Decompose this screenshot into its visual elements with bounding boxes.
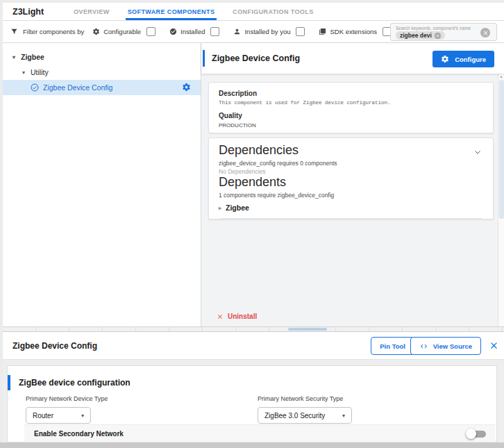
filter-installed-by-you-label: Installed by you: [244, 28, 290, 35]
detail-header: Zigbee Device Config Configure: [201, 43, 504, 74]
field-device-type: Primary Network Device Type Router ▾: [26, 395, 108, 424]
filter-installed-by-you: Installed by you: [233, 27, 305, 36]
configure-button-label: Configure: [455, 56, 486, 63]
component-detail-panel: Zigbee Device Config Configure Descripti…: [201, 43, 504, 326]
dependents-heading: Dependents: [219, 175, 483, 190]
configure-button[interactable]: Configure: [432, 51, 494, 67]
tab-software-components[interactable]: SOFTWARE COMPONENTS: [119, 3, 224, 20]
secondary-network-label: Enable Secondary Network: [34, 430, 124, 438]
field-security-type: Primary Network Security Type ZigBee 3.0…: [258, 395, 352, 424]
chevron-down-icon[interactable]: ▾: [12, 54, 21, 60]
search-placeholder: Search keywords, component's name: [396, 26, 492, 31]
config-section-heading: ZigBee device configuration: [19, 378, 131, 388]
filter-bar: Filter components by Configurable Instal…: [3, 21, 504, 43]
chevron-down-icon[interactable]: ▾: [22, 69, 31, 76]
tree-item-zigbee-label: Zigbee: [21, 53, 44, 61]
configurable-checkbox[interactable]: [146, 27, 156, 36]
secondary-network-row: Enable Secondary Network: [24, 424, 495, 442]
library-icon: [319, 28, 326, 35]
detail-title: Zigbee Device Config: [212, 53, 300, 63]
tab-bar: OVERVIEW SOFTWARE COMPONENTS CONFIGURATI…: [65, 3, 322, 20]
vertical-scrollbar[interactable]: ▴: [498, 74, 504, 326]
check-circle-icon: [169, 28, 177, 35]
chevron-down-icon: ▾: [81, 413, 84, 419]
window-edge: [0, 442, 504, 448]
config-tool-title: Zigbee Device Config: [12, 341, 97, 351]
tab-overview[interactable]: OVERVIEW: [65, 3, 119, 20]
secondary-network-toggle[interactable]: [466, 429, 487, 440]
horizontal-scrollbar[interactable]: [3, 326, 504, 332]
filter-installed: Installed: [169, 27, 219, 36]
dependents-summary: 1 components require zigbee_device_confi…: [219, 192, 483, 199]
pin-tool-label: Pin Tool: [380, 342, 405, 350]
device-type-value: Router: [33, 412, 53, 420]
filter-configurable: Configurable: [92, 27, 156, 36]
quality-heading: Quality: [219, 112, 483, 119]
search-chip-text: zigbee devi: [400, 32, 432, 39]
configure-gear-icon[interactable]: [182, 83, 191, 92]
description-heading: Description: [219, 90, 483, 97]
filter-sdk-extensions: SDK extensions: [319, 27, 392, 36]
pin-tool-button[interactable]: Pin Tool: [371, 337, 414, 355]
person-icon: [233, 28, 241, 35]
scrollbar-thumb[interactable]: [288, 328, 327, 331]
filter-sdk-extensions-label: SDK extensions: [330, 28, 377, 35]
view-source-label: View Source: [433, 342, 472, 350]
accent-bar: [203, 50, 205, 67]
config-tool-header: Zigbee Device Config Pin Tool View Sourc…: [3, 332, 504, 360]
gear-icon: [441, 55, 449, 63]
quality-value: PRODUCTION: [219, 122, 483, 128]
installed-by-you-checkbox[interactable]: [296, 27, 305, 36]
device-type-label: Primary Network Device Type: [26, 395, 108, 402]
description-text: This component is used for Zigbee device…: [219, 100, 483, 106]
filter-bar-label: Filter components by: [23, 28, 84, 35]
project-title: Z3Light: [12, 7, 44, 17]
gear-icon: [92, 28, 100, 35]
tree-item-utility-label: Utility: [31, 68, 49, 76]
description-card: Description This component is used for Z…: [208, 82, 494, 133]
chevron-right-icon[interactable]: ▸: [219, 205, 221, 211]
filter-icon: [10, 28, 18, 35]
security-type-select[interactable]: ZigBee 3.0 Security ▾: [258, 407, 352, 424]
accent-bar: [8, 375, 10, 390]
close-icon[interactable]: [489, 340, 499, 351]
tree-item-utility[interactable]: ▾ Utility: [3, 65, 201, 80]
uninstall-label: Uninstall: [228, 313, 257, 320]
component-tree-panel: ▾ Zigbee ▾ Utility Zigbee Device Config: [3, 43, 201, 326]
toggle-knob: [466, 429, 476, 439]
installed-checkbox[interactable]: [210, 27, 219, 36]
top-bar: Z3Light OVERVIEW SOFTWARE COMPONENTS CON…: [3, 3, 504, 21]
dependencies-heading: Dependencies: [219, 143, 483, 158]
installed-check-icon: [31, 83, 39, 92]
close-icon: [217, 313, 224, 320]
dependent-item-label: Zigbee: [226, 204, 249, 212]
tree-item-zigbee[interactable]: ▾ Zigbee: [3, 49, 201, 65]
dependent-item-zigbee[interactable]: ▸ Zigbee: [219, 204, 483, 212]
device-configuration-card: ZigBee device configuration Primary Netw…: [7, 365, 497, 442]
filter-installed-label: Installed: [180, 28, 205, 35]
search-input[interactable]: Search keywords, component's name zigbee…: [390, 23, 497, 41]
tree-item-zigbee-device-config-label: Zigbee Device Config: [43, 83, 112, 92]
security-type-value: ZigBee 3.0 Security: [264, 412, 325, 420]
scroll-up-icon[interactable]: ▴: [498, 74, 504, 79]
view-source-button[interactable]: View Source: [410, 337, 481, 355]
config-tool-content: ZigBee device configuration Primary Netw…: [3, 360, 504, 442]
dependencies-empty: No Dependencies: [219, 168, 483, 175]
search-filter-chip[interactable]: zigbee devi: [396, 31, 445, 40]
security-type-label: Primary Network Security Type: [258, 395, 352, 402]
filter-configurable-label: Configurable: [103, 28, 141, 35]
chip-remove-icon[interactable]: [435, 33, 441, 39]
scrollbar-thumb[interactable]: [499, 80, 504, 219]
chevron-down-icon: ▾: [342, 413, 345, 419]
uninstall-button[interactable]: Uninstall: [217, 313, 257, 320]
chevron-down-icon[interactable]: [473, 148, 482, 156]
dependencies-card: Dependencies zigbee_device_config requir…: [208, 138, 494, 219]
tree-item-zigbee-device-config[interactable]: Zigbee Device Config: [3, 80, 201, 95]
search-clear-icon[interactable]: [480, 28, 490, 38]
divider: [220, 218, 482, 219]
tab-configuration-tools[interactable]: CONFIGURATION TOOLS: [224, 3, 322, 20]
code-icon: [419, 342, 428, 350]
device-type-select[interactable]: Router ▾: [26, 407, 91, 424]
dependencies-summary: zigbee_device_config requires 0 componen…: [219, 160, 483, 167]
